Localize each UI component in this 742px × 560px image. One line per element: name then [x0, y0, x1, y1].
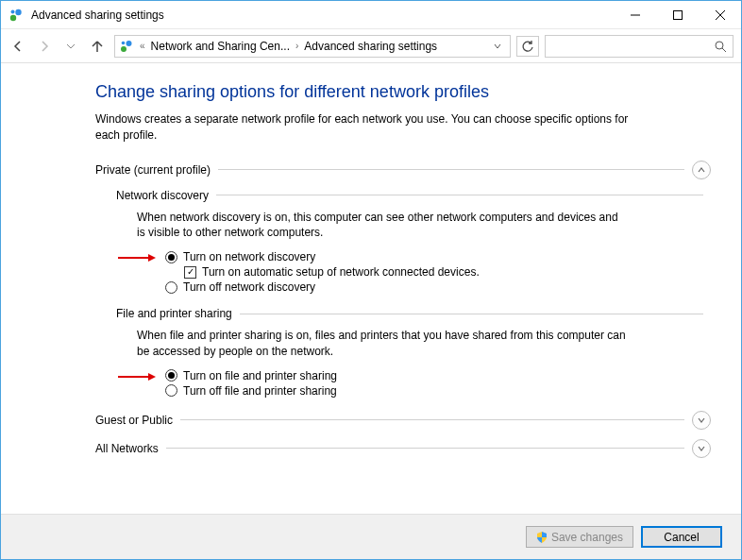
radio-discovery-off[interactable]: Turn off network discovery — [165, 280, 711, 294]
maximize-button[interactable] — [656, 1, 699, 29]
search-box[interactable] — [545, 35, 734, 58]
page-description: Windows creates a separate network profi… — [95, 111, 643, 144]
close-button[interactable] — [699, 1, 741, 29]
radio-label: Turn off file and printer sharing — [183, 384, 337, 398]
recent-button[interactable] — [61, 37, 80, 56]
divider — [216, 195, 703, 195]
crumb-overflow[interactable]: « — [138, 41, 147, 51]
radio-fps-off[interactable]: Turn off file and printer sharing — [165, 384, 711, 398]
subsection-label: File and printer sharing — [116, 307, 232, 320]
breadcrumb-item[interactable]: Network and Sharing Cen... — [151, 40, 290, 53]
radio-discovery-on[interactable]: Turn on network discovery — [165, 250, 711, 263]
svg-line-11 — [722, 48, 726, 52]
refresh-button[interactable] — [516, 36, 539, 57]
window-title: Advanced sharing settings — [31, 8, 614, 22]
radio-fps-on[interactable]: Turn on file and printer sharing — [165, 369, 711, 382]
radio-label: Turn on network discovery — [183, 250, 315, 263]
subsection-file-printer-sharing: File and printer sharing When file and p… — [116, 307, 711, 398]
navbar: « Network and Sharing Cen... › Advanced … — [1, 29, 741, 63]
search-icon — [714, 40, 727, 53]
svg-rect-4 — [673, 10, 682, 19]
checkbox-label: Turn on automatic setup of network conne… — [202, 265, 480, 279]
svg-point-7 — [121, 46, 126, 52]
radio-icon[interactable] — [165, 384, 177, 397]
checkbox-icon[interactable] — [184, 266, 196, 279]
button-label: Save changes — [551, 531, 623, 544]
subsection-label: Network discovery — [116, 189, 209, 202]
content-area: Change sharing options for different net… — [1, 63, 741, 514]
radio-icon[interactable] — [165, 281, 177, 294]
section-label: All Networks — [95, 442, 159, 455]
window: Advanced sharing settings « Network and … — [0, 0, 742, 560]
minimize-button[interactable] — [614, 1, 656, 29]
radio-label: Turn on file and printer sharing — [183, 369, 337, 382]
divider — [180, 419, 684, 420]
radio-icon[interactable] — [165, 251, 177, 263]
up-button[interactable] — [88, 37, 107, 56]
radio-label: Turn off network discovery — [183, 280, 315, 294]
section-label: Private (current profile) — [95, 163, 211, 177]
section-all-networks: All Networks — [95, 439, 711, 458]
search-input[interactable] — [551, 40, 714, 53]
svg-point-10 — [716, 42, 723, 49]
section-guest: Guest or Public — [95, 411, 711, 430]
svg-point-0 — [10, 14, 16, 20]
arrow-annotation-icon — [116, 252, 158, 263]
expand-button[interactable] — [692, 411, 711, 430]
back-button[interactable] — [8, 37, 27, 56]
svg-point-1 — [15, 8, 21, 14]
svg-point-8 — [126, 41, 132, 46]
breadcrumb-item[interactable]: Advanced sharing settings — [304, 40, 437, 53]
divider — [166, 448, 684, 449]
titlebar: Advanced sharing settings — [1, 1, 741, 29]
page-title: Change sharing options for different net… — [95, 82, 711, 102]
uac-shield-icon — [536, 532, 548, 543]
divider — [218, 169, 684, 170]
button-label: Cancel — [664, 531, 699, 544]
svg-point-2 — [11, 9, 15, 13]
subsection-description: When network discovery is on, this compu… — [137, 210, 628, 242]
radio-icon[interactable] — [165, 369, 177, 382]
collapse-button[interactable] — [692, 161, 711, 179]
save-changes-button[interactable]: Save changes — [526, 526, 633, 548]
expand-button[interactable] — [692, 439, 711, 458]
app-icon — [8, 8, 24, 23]
divider — [240, 314, 703, 314]
section-label: Guest or Public — [95, 414, 173, 427]
subsection-description: When file and printer sharing is on, fil… — [137, 328, 628, 360]
address-dropdown[interactable] — [489, 36, 506, 57]
cancel-button[interactable]: Cancel — [641, 526, 722, 548]
forward-button[interactable] — [35, 37, 54, 56]
address-bar[interactable]: « Network and Sharing Cen... › Advanced … — [114, 35, 511, 58]
checkbox-auto-setup[interactable]: Turn on automatic setup of network conne… — [184, 265, 711, 279]
arrow-annotation-icon — [116, 371, 158, 382]
section-private: Private (current profile) — [95, 161, 711, 179]
subsection-network-discovery: Network discovery When network discovery… — [116, 189, 711, 295]
svg-point-9 — [122, 41, 126, 44]
location-icon — [119, 39, 134, 54]
footer: Save changes Cancel — [1, 514, 741, 559]
chevron-right-icon[interactable]: › — [294, 41, 300, 51]
